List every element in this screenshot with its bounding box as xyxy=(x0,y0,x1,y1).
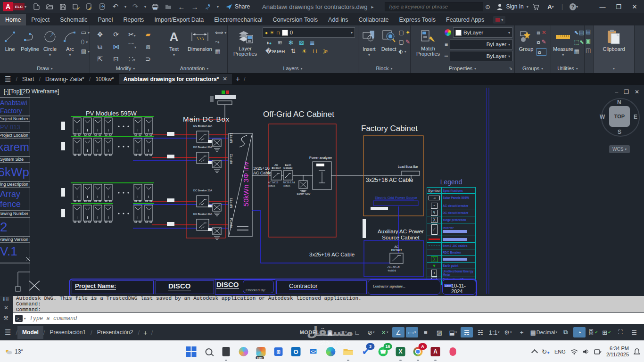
mail-button[interactable]: ✉ xyxy=(307,345,320,358)
outlook-button[interactable]: O xyxy=(289,345,303,358)
polyline-button[interactable]: Polyline xyxy=(20,27,40,52)
annotation-visibility-icon[interactable]: ☴ xyxy=(461,327,473,337)
hatch-tool-icon[interactable]: ▨ ▾ xyxy=(81,48,90,55)
layer-on2-icon[interactable]: �ачен xyxy=(265,48,285,55)
open-file-icon[interactable] xyxy=(45,3,54,10)
insert-button[interactable]: Insert▾ xyxy=(359,27,379,57)
utilities-panel-label[interactable]: Utilities▾ xyxy=(551,65,584,72)
tool-palettes-icon[interactable]: ▤ xyxy=(586,28,592,35)
linetype-list-icon[interactable]: ┉ xyxy=(445,53,448,59)
tab-electromechanical[interactable]: Electromechanical xyxy=(209,14,267,25)
command-wrench-icon[interactable]: ⚒ xyxy=(3,315,8,321)
chrome-button[interactable]: A xyxy=(412,345,425,358)
redo-icon[interactable]: ↷ xyxy=(131,3,140,10)
viewcube-west[interactable]: W xyxy=(600,114,605,120)
undo-icon[interactable]: ↶ xyxy=(111,3,120,10)
cart-icon[interactable] xyxy=(531,3,540,10)
save-icon[interactable] xyxy=(58,3,67,10)
layer-match-icon[interactable]: ≣ xyxy=(310,39,315,46)
new-file-icon[interactable] xyxy=(32,3,41,10)
wcs-selector[interactable]: WCS▾ xyxy=(609,145,630,153)
ungroup-icon[interactable]: ⧇✕ xyxy=(537,29,546,36)
snap-mode-icon[interactable]: ⸬▾ xyxy=(338,327,350,337)
copy-icon[interactable]: ⧉ xyxy=(98,43,102,51)
share-button[interactable]: Share xyxy=(225,3,250,10)
dimension-button[interactable]: Dimension xyxy=(185,27,215,52)
command-caret-icon[interactable]: ▾ xyxy=(24,317,26,321)
tab-project[interactable]: Project xyxy=(26,14,55,25)
clock[interactable]: 6:34 PM 2/11/2025 xyxy=(606,346,629,358)
excel-button[interactable]: X xyxy=(394,345,407,358)
circle-button[interactable]: Circle▾ xyxy=(40,27,60,57)
layout-tab-model[interactable]: Model xyxy=(17,326,43,339)
minimize-button[interactable]: — xyxy=(598,3,607,10)
stretch-icon[interactable]: ⇱ xyxy=(97,55,103,63)
ribbon-options-button[interactable]: ▾ xyxy=(493,16,505,24)
file-tab-drawing-zaita[interactable]: Drawing- Zaita* xyxy=(41,74,89,84)
match-properties-button[interactable]: Match Properties xyxy=(413,27,444,57)
stream-tool-button[interactable] xyxy=(446,345,460,358)
viewcube-east[interactable]: E xyxy=(634,114,637,120)
close-button[interactable]: ✕ xyxy=(630,3,639,10)
layer-isolate-icon[interactable]: ≋ xyxy=(277,39,282,46)
edit-attributes-icon[interactable]: ⬖ ▾ xyxy=(399,48,410,55)
edge-button[interactable] xyxy=(324,345,338,358)
tab-featured-apps[interactable]: Featured Apps xyxy=(441,14,489,25)
file-tab-100kw[interactable]: 100kw* xyxy=(91,74,118,84)
store-button[interactable]: ⊞ xyxy=(272,345,285,358)
fillet-icon[interactable]: ⌒▾ xyxy=(128,42,136,51)
group-button[interactable]: Group xyxy=(516,27,537,52)
volume-icon[interactable] xyxy=(583,349,589,354)
object-color-select[interactable]: ByLayer ▾ xyxy=(453,27,512,38)
ellipse-tool-icon[interactable]: ⬯ ▾ xyxy=(81,39,90,45)
file-tab-anabtawi[interactable]: Anabtawi drawings for contractors* ✕ xyxy=(119,74,232,84)
previous-view-icon[interactable]: ← xyxy=(177,3,186,10)
properties-panel-label[interactable]: Properties▾⇘ xyxy=(411,65,514,72)
command-prompt-icon[interactable]: >_ xyxy=(15,315,23,322)
offset-icon[interactable]: ⊃ xyxy=(145,55,151,63)
lineweight-display-icon[interactable]: ≡ xyxy=(420,327,432,337)
annotation-monitor-icon[interactable]: ＋ xyxy=(515,327,528,337)
units-icon[interactable]: ▤ Decimal▾ xyxy=(529,327,558,337)
viewport-restore-icon[interactable]: ❐ xyxy=(624,89,629,95)
layer-lock-icon[interactable]: ⊠ xyxy=(299,39,304,46)
model-space-indicator[interactable]: MODEL xyxy=(300,329,320,335)
text-button[interactable]: A Text▾ xyxy=(163,27,185,57)
pen-device-icon[interactable] xyxy=(594,349,602,354)
viewcube-south[interactable]: S xyxy=(618,129,621,135)
tray-chevron-icon[interactable] xyxy=(531,349,538,356)
customization-icon[interactable]: ☰ xyxy=(628,327,640,337)
layer-unisolate-icon[interactable]: ⇅ xyxy=(290,48,296,55)
notification-bell-icon[interactable] xyxy=(634,348,640,355)
transparency-icon[interactable]: ▨ xyxy=(433,327,446,337)
scale-icon[interactable]: ⊡ xyxy=(113,55,119,63)
search-button[interactable] xyxy=(202,345,215,358)
weather-widget[interactable]: 13° xyxy=(5,348,23,355)
viewcube-top-face[interactable]: TOP xyxy=(609,106,630,127)
layer-off-icon[interactable]: ◑● xyxy=(265,39,272,46)
tab-conversion-tools[interactable]: Conversion Tools xyxy=(267,14,323,25)
clipboard-button[interactable]: Clipboard xyxy=(597,27,630,52)
sheet-set-icon[interactable] xyxy=(204,3,212,10)
mirror-icon[interactable]: ⋈ xyxy=(113,43,119,50)
properties-launcher-icon[interactable]: ⇘ xyxy=(509,66,512,71)
qat-customize-caret-icon[interactable]: ▾ xyxy=(217,5,219,9)
quick-calculator-icon[interactable]: ▦ xyxy=(574,48,584,55)
wifi-icon[interactable] xyxy=(570,349,578,354)
select-objects-icon[interactable]: ⬚⬉ xyxy=(574,39,584,45)
detect-button[interactable]: Detect xyxy=(379,27,399,52)
layer-freeze-icon[interactable]: ❄ xyxy=(288,39,293,46)
tab-reports[interactable]: Reports xyxy=(118,14,149,25)
arc-button[interactable]: Arc▾ xyxy=(60,27,80,57)
start-button[interactable] xyxy=(185,345,198,358)
print-icon[interactable] xyxy=(151,3,159,10)
tab-express-tools[interactable]: Express Tools xyxy=(394,14,441,25)
layout-menu-icon[interactable]: ☰ xyxy=(5,328,11,337)
layer-walk-icon[interactable]: ≽ xyxy=(323,48,328,55)
viewport-close-icon[interactable]: ✕ xyxy=(635,89,639,95)
command-input[interactable] xyxy=(29,315,644,322)
command-close-icon[interactable]: ✕ xyxy=(4,304,8,311)
move-icon[interactable]: ✥ xyxy=(97,31,103,38)
search-input[interactable] xyxy=(385,2,483,11)
layer-thaw2-icon[interactable]: ☀ xyxy=(301,48,307,55)
